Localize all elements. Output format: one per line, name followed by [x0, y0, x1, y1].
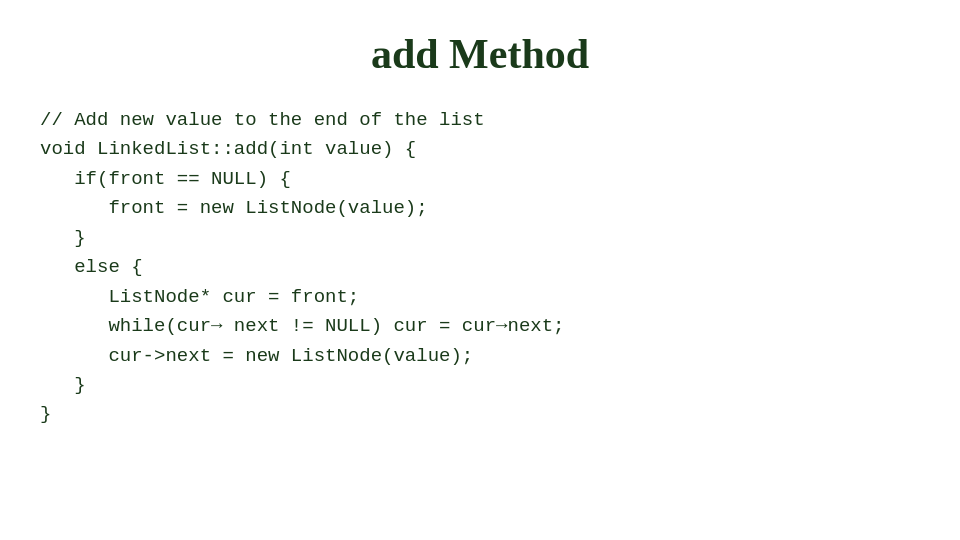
code-line-4: front = new ListNode(value);	[40, 197, 428, 219]
code-line-11: }	[40, 403, 51, 425]
code-line-8: while(cur→ next != NULL) cur = cur→next;	[40, 315, 565, 337]
slide-title: add Method	[40, 30, 920, 78]
code-line-9: cur->next = new ListNode(value);	[40, 345, 473, 367]
code-line-3: if(front == NULL) {	[40, 168, 291, 190]
code-line-7: ListNode* cur = front;	[40, 286, 359, 308]
code-line-5: }	[40, 227, 86, 249]
code-line-1: // Add new value to the end of the list	[40, 109, 485, 131]
code-line-10: }	[40, 374, 86, 396]
code-line-2: void LinkedList::add(int value) {	[40, 138, 416, 160]
slide: add Method // Add new value to the end o…	[0, 0, 960, 540]
code-block: // Add new value to the end of the list …	[40, 106, 565, 430]
code-line-6: else {	[40, 256, 143, 278]
